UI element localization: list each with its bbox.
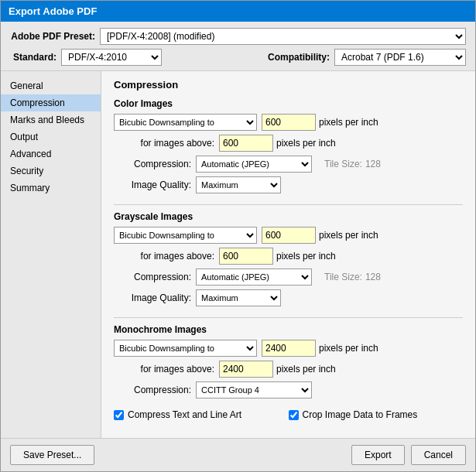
gray-quality-row: Image Quality: Maximum (114, 289, 463, 306)
color-for-above-row: for images above: 600 pixels per inch (114, 135, 463, 152)
color-quality-select[interactable]: Maximum (196, 176, 281, 193)
content-area: Compression Color Images Bicubic Downsam… (101, 71, 475, 438)
color-compression-row: Compression: Automatic (JPEG) Tile Size:… (114, 156, 463, 173)
color-quality-row: Image Quality: Maximum (114, 176, 463, 193)
gray-downsampling-unit: pixels per inch (319, 230, 378, 241)
color-downsampling-row: Bicubic Downsampling to 600 pixels per i… (114, 114, 463, 131)
monochrome-images-section: Monochrome Images Bicubic Downsampling t… (114, 324, 463, 398)
gray-quality-select[interactable]: Maximum (196, 289, 281, 306)
compress-text-label: Compress Text and Line Art (128, 409, 241, 420)
gray-for-above-unit: pixels per inch (276, 251, 336, 262)
color-images-title: Color Images (114, 98, 463, 109)
mono-compression-label: Compression: (122, 385, 191, 395)
mono-for-above-row: for images above: 2400 pixels per inch (114, 361, 463, 378)
grayscale-images-section: Grayscale Images Bicubic Downsampling to… (114, 211, 463, 306)
compress-text-check-group: Compress Text and Line Art (114, 409, 289, 420)
standard-label: Standard: (10, 52, 57, 63)
mono-downsampling-row: Bicubic Downsampling to 2400 pixels per … (114, 340, 463, 357)
dialog-title: Export Adobe PDF (9, 5, 97, 17)
gray-for-above-label: for images above: (122, 251, 214, 262)
export-pdf-dialog: Export Adobe PDF Adobe PDF Preset: [PDF/… (0, 0, 476, 472)
monochrome-images-title: Monochrome Images (114, 324, 463, 335)
bottom-bar: Save Preset... Export Cancel (1, 438, 475, 471)
crop-image-label: Crop Image Data to Frames (303, 409, 418, 420)
grayscale-images-title: Grayscale Images (114, 211, 463, 222)
color-tile-value: 128 (365, 159, 381, 169)
right-buttons: Export Cancel (351, 445, 466, 465)
mono-compression-select[interactable]: CCITT Group 4 (196, 381, 312, 398)
color-downsampling-input[interactable]: 600 (262, 114, 316, 131)
compatibility-select[interactable]: Acrobat 7 (PDF 1.6) (334, 49, 466, 66)
mono-for-above-unit: pixels per inch (276, 364, 336, 375)
compress-text-checkbox[interactable] (114, 410, 124, 420)
color-quality-label: Image Quality: (122, 180, 191, 190)
crop-image-check-group: Crop Image Data to Frames (289, 409, 464, 420)
gray-downsampling-row: Bicubic Downsampling to 600 pixels per i… (114, 227, 463, 244)
standard-part: Standard: PDF/X-4:2010 (10, 49, 245, 66)
compatibility-label: Compatibility: (268, 52, 330, 63)
top-section: Adobe PDF Preset: [PDF/X-4:2008] (modifi… (1, 22, 475, 71)
sidebar-item-marks-and-bleeds[interactable]: Marks and Bleeds (1, 111, 101, 128)
save-preset-button[interactable]: Save Preset... (10, 445, 94, 465)
sidebar-item-advanced[interactable]: Advanced (1, 145, 101, 162)
mono-downsampling-select[interactable]: Bicubic Downsampling to (114, 340, 257, 357)
preset-select[interactable]: [PDF/X-4:2008] (modified) (100, 28, 466, 45)
export-button[interactable]: Export (351, 445, 405, 465)
color-downsampling-unit: pixels per inch (319, 117, 378, 128)
gray-compression-row: Compression: Automatic (JPEG) Tile Size:… (114, 268, 463, 286)
standard-select[interactable]: PDF/X-4:2010 (61, 49, 162, 66)
gray-for-above-input[interactable]: 600 (219, 248, 273, 265)
cancel-button[interactable]: Cancel (411, 445, 466, 465)
mono-compression-row: Compression: CCITT Group 4 (114, 381, 463, 398)
preset-label: Adobe PDF Preset: (10, 31, 95, 42)
gray-compression-label: Compression: (122, 272, 191, 282)
sidebar: General Compression Marks and Bleeds Out… (1, 71, 101, 438)
compat-part: Compatibility: Acrobat 7 (PDF 1.6) (245, 49, 466, 66)
gray-downsampling-input[interactable]: 600 (262, 227, 316, 244)
gray-compression-select[interactable]: Automatic (JPEG) (196, 268, 312, 286)
color-images-section: Color Images Bicubic Downsampling to 600… (114, 98, 463, 193)
title-bar: Export Adobe PDF (1, 1, 475, 22)
color-for-above-unit: pixels per inch (276, 138, 336, 149)
gray-downsampling-select[interactable]: Bicubic Downsampling to (114, 227, 257, 244)
gray-tile-value: 128 (365, 272, 381, 282)
color-for-above-input[interactable]: 600 (219, 135, 273, 152)
main-area: General Compression Marks and Bleeds Out… (1, 71, 475, 438)
color-compression-label: Compression: (122, 159, 191, 169)
gray-tile-label: Tile Size: (324, 272, 362, 282)
gray-for-above-row: for images above: 600 pixels per inch (114, 248, 463, 265)
gray-quality-label: Image Quality: (122, 292, 191, 303)
sidebar-item-summary[interactable]: Summary (1, 180, 101, 197)
standard-compat-row: Standard: PDF/X-4:2010 Compatibility: Ac… (10, 49, 466, 66)
color-downsampling-select[interactable]: Bicubic Downsampling to (114, 114, 257, 131)
color-for-above-label: for images above: (122, 138, 214, 149)
sidebar-item-security[interactable]: Security (1, 162, 101, 180)
mono-for-above-input[interactable]: 2400 (219, 361, 273, 378)
section-title: Compression (114, 79, 463, 91)
preset-row: Adobe PDF Preset: [PDF/X-4:2008] (modifi… (10, 28, 466, 45)
color-tile-label: Tile Size: (324, 159, 362, 169)
color-compression-select[interactable]: Automatic (JPEG) (196, 156, 312, 173)
mono-downsampling-input[interactable]: 2400 (262, 340, 316, 357)
crop-image-checkbox[interactable] (289, 410, 299, 420)
sidebar-item-output[interactable]: Output (1, 128, 101, 145)
mono-for-above-label: for images above: (122, 364, 214, 375)
mono-downsampling-unit: pixels per inch (319, 343, 378, 354)
checkbox-row: Compress Text and Line Art Crop Image Da… (114, 409, 463, 420)
sidebar-item-general[interactable]: General (1, 77, 101, 94)
sidebar-item-compression[interactable]: Compression (1, 94, 101, 111)
